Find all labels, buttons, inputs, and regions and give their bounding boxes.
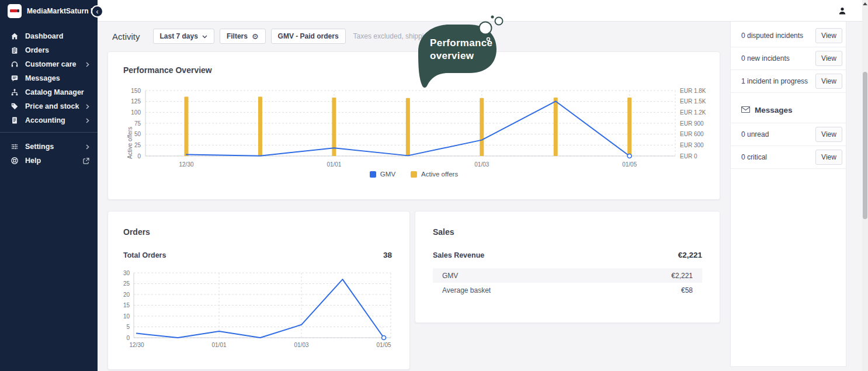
message-row: 0 criticalView [731,146,846,169]
total-orders-value: 38 [383,251,392,259]
tag-icon [11,102,19,110]
svg-text:100: 100 [131,109,141,116]
svg-text:150: 150 [131,88,141,94]
orders-card: Orders Total Orders 38 05101520253012/30… [107,211,410,370]
help-icon [11,157,19,165]
svg-text:01/01: 01/01 [327,161,341,168]
sidebar-item-orders[interactable]: Orders [0,43,98,57]
sidebar-item-label: Price and stock [25,102,86,110]
view-button[interactable]: View [815,28,842,43]
orders-card-title: Orders [123,227,150,237]
svg-text:0: 0 [126,335,130,341]
sidebar-item-label: Accounting [25,116,86,124]
user-account-icon[interactable] [838,6,847,16]
sidebar-item-settings[interactable]: Settings [0,140,98,154]
messages-header-label: Messages [755,106,793,115]
svg-text:12/30: 12/30 [179,161,193,168]
sidebar-item-help[interactable]: Help [0,154,98,168]
legend-swatch [370,171,376,178]
sidebar-item-label: Settings [25,143,86,151]
view-button[interactable]: View [815,150,842,165]
mediamarkt-logo [8,4,22,18]
message-label: 0 critical [741,153,767,161]
legend-item-active-offers[interactable]: Active offers [411,171,458,178]
svg-text:01/03: 01/03 [294,342,308,348]
message-row: 0 unreadView [731,123,846,146]
sidebar-collapse-button[interactable]: ‹ [91,5,103,18]
sidebar-item-price-and-stock[interactable]: Price and stock [0,99,98,113]
scrollbar-thumb[interactable] [863,72,867,219]
sales-revenue-value: €2,221 [678,251,702,259]
svg-text:EUR 900: EUR 900 [680,120,704,127]
view-button[interactable]: View [815,51,842,66]
gear-icon: ⚙ [252,32,259,41]
sales-row-label: Average basket [442,286,491,294]
chevron-right-icon [86,104,89,109]
legend-item-gmv[interactable]: GMV [370,171,395,178]
messages-section-header: Messages [731,93,846,123]
date-range-button[interactable]: Last 7 days [153,29,214,44]
incident-row: 1 incident in progressView [731,70,846,93]
home-icon [11,32,19,40]
svg-text:01/05: 01/05 [376,342,391,348]
svg-text:12/30: 12/30 [129,342,144,348]
activity-bar: Activity Last 7 days Filters ⚙ GMV - Pai… [112,28,487,44]
performance-card-title: Performance Overview [123,65,212,75]
incident-label: 1 incident in progress [741,77,808,85]
filters-button[interactable]: Filters ⚙ [220,29,266,44]
performance-overview-card: Performance Overview Active offers 0EUR … [107,51,720,200]
svg-text:25: 25 [123,280,130,287]
chevron-right-icon [86,118,89,123]
svg-text:75: 75 [134,120,141,127]
sales-card: Sales Sales Revenue €2,221 GMV€2,221Aver… [415,211,720,323]
sales-row-value: €2,221 [671,272,693,280]
scroll-up-icon[interactable] [863,2,867,5]
sidebar: MediaMarktSaturn Mark... ‹ DashboardOrde… [0,0,98,371]
svg-text:30: 30 [123,270,130,276]
sidebar-item-label: Dashboard [25,32,89,40]
svg-text:01/03: 01/03 [474,161,489,168]
metric-chip: GMV - Paid orders [271,29,346,44]
sales-breakdown: GMV€2,221Average basket€58 [433,268,702,297]
brand-row: MediaMarktSaturn Mark... ‹ [0,0,98,22]
performance-chart[interactable]: 0EUR 025EUR 30050EUR 60075EUR 900100EUR … [108,82,721,170]
chevron-right-icon [86,62,89,67]
sidebar-item-accounting[interactable]: Accounting [0,113,98,127]
incident-row: 0 disputed incidentsView [731,25,846,47]
sales-row-value: €58 [681,286,693,294]
envelope-icon [741,106,750,115]
incident-label: 0 disputed incidents [741,32,803,40]
orders-chart[interactable]: 05101520253012/3001/0101/0301/05 [108,267,411,355]
sidebar-item-messages[interactable]: Messages [0,71,98,85]
invoice-icon [11,116,19,124]
sales-breakdown-row: Average basket€58 [433,283,702,297]
svg-text:01/01: 01/01 [211,342,226,348]
message-label: 0 unread [741,130,769,138]
svg-text:EUR 1.5K: EUR 1.5K [680,98,706,105]
sidebar-nav-footer: SettingsHelp [0,140,98,168]
incident-row: 0 new incidentsView [731,47,846,70]
topbar [98,0,862,22]
svg-text:5: 5 [126,324,130,330]
svg-text:EUR 300: EUR 300 [680,142,704,148]
svg-text:EUR 1.2K: EUR 1.2K [680,109,706,116]
sitemap-icon [11,88,19,96]
headset-icon [11,60,19,68]
sidebar-divider [0,132,98,133]
svg-text:01/05: 01/05 [622,161,637,168]
view-button[interactable]: View [815,74,842,89]
sidebar-item-customer-care[interactable]: Customer care [0,57,98,71]
svg-text:15: 15 [123,302,130,308]
chevron-right-icon [86,144,89,150]
svg-text:EUR 0: EUR 0 [680,153,697,160]
view-button[interactable]: View [815,127,842,142]
activity-title: Activity [112,32,140,41]
sidebar-item-dashboard[interactable]: Dashboard [0,29,98,43]
svg-text:0: 0 [137,153,141,160]
incidents-messages-panel: 0 disputed incidentsView0 new incidentsV… [730,22,846,367]
sidebar-item-label: Catalog Manager [25,88,89,96]
page-scrollbar[interactable] [862,0,868,371]
sales-row-label: GMV [442,272,458,280]
sidebar-item-catalog-manager[interactable]: Catalog Manager [0,85,98,99]
tour-decor-dot-edge [487,38,490,41]
